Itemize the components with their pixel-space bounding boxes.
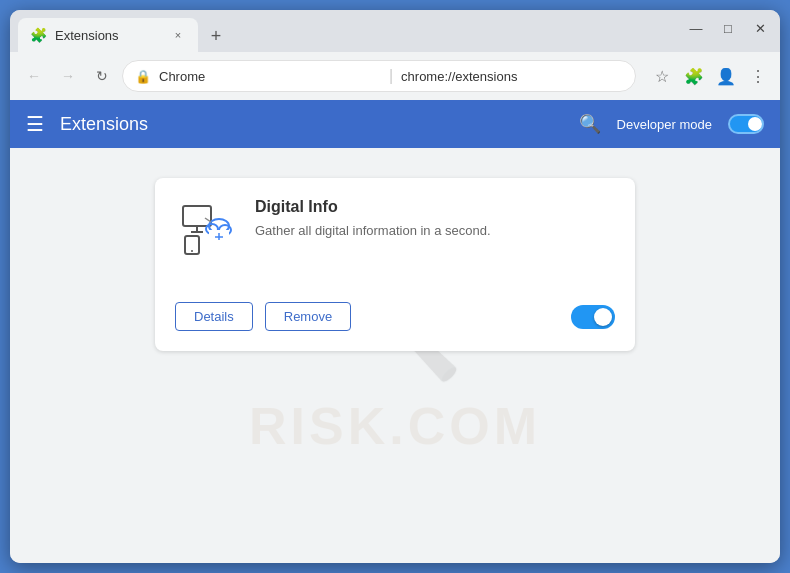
url-display: chrome://extensions xyxy=(401,69,623,84)
browser-window: 🧩 Extensions × + — □ ✕ ← → ↻ 🔒 Chrome | … xyxy=(10,10,780,563)
extension-toggle[interactable] xyxy=(571,305,615,329)
page-content: 🔍 RISK.COM xyxy=(10,148,780,563)
watermark-text: RISK.COM xyxy=(249,395,541,455)
svg-rect-0 xyxy=(183,206,211,226)
extension-info: Digital Info Gather all digital informat… xyxy=(255,198,615,240)
search-extensions-button[interactable]: 🔍 xyxy=(579,113,601,135)
tab-close-button[interactable]: × xyxy=(170,27,186,43)
developer-mode-toggle[interactable] xyxy=(728,114,764,134)
extensions-header: ☰ Extensions 🔍 Developer mode xyxy=(10,100,780,148)
toggle-thumb xyxy=(748,117,762,131)
tab-bar: 🧩 Extensions × + — □ ✕ xyxy=(10,10,780,52)
details-button[interactable]: Details xyxy=(175,302,253,331)
maximize-button[interactable]: □ xyxy=(718,18,738,38)
extension-name: Digital Info xyxy=(255,198,615,216)
active-tab[interactable]: 🧩 Extensions × xyxy=(18,18,198,52)
tab-title: Extensions xyxy=(55,28,162,43)
menu-button[interactable]: ⋮ xyxy=(746,64,770,88)
close-button[interactable]: ✕ xyxy=(750,18,770,38)
back-button[interactable]: ← xyxy=(20,62,48,90)
forward-button[interactable]: → xyxy=(54,62,82,90)
extensions-page-title: Extensions xyxy=(60,114,563,135)
new-tab-button[interactable]: + xyxy=(202,22,230,50)
developer-mode-label: Developer mode xyxy=(617,117,712,132)
extension-icon xyxy=(175,198,239,262)
extensions-icon[interactable]: 🧩 xyxy=(682,64,706,88)
hamburger-menu-button[interactable]: ☰ xyxy=(26,112,44,136)
address-bar: ← → ↻ 🔒 Chrome | chrome://extensions ☆ 🧩… xyxy=(10,52,780,100)
profile-icon[interactable]: 👤 xyxy=(714,64,738,88)
extension-toggle-thumb xyxy=(594,308,612,326)
reload-button[interactable]: ↻ xyxy=(88,62,116,90)
window-controls: — □ ✕ xyxy=(686,18,770,38)
lock-icon: 🔒 xyxy=(135,69,151,84)
extension-description: Gather all digital information in a seco… xyxy=(255,222,615,240)
tab-favicon: 🧩 xyxy=(30,27,47,43)
bookmark-icon[interactable]: ☆ xyxy=(650,64,674,88)
remove-button[interactable]: Remove xyxy=(265,302,351,331)
card-bottom: Details Remove xyxy=(175,302,615,331)
card-top: Digital Info Gather all digital informat… xyxy=(175,198,615,262)
minimize-button[interactable]: — xyxy=(686,18,706,38)
toolbar-icons: ☆ 🧩 👤 ⋮ xyxy=(650,64,770,88)
browser-name-label: Chrome xyxy=(159,69,381,84)
url-separator: | xyxy=(389,67,393,85)
extension-card: Digital Info Gather all digital informat… xyxy=(155,178,635,351)
url-bar[interactable]: 🔒 Chrome | chrome://extensions xyxy=(122,60,636,92)
